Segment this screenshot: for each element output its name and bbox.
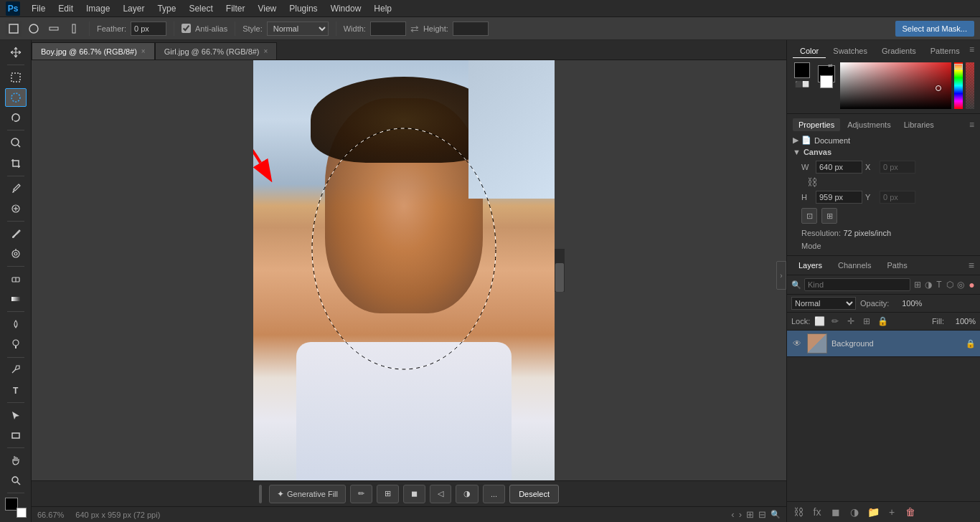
blend-mode-select[interactable]: Normal Multiply Screen (791, 297, 856, 310)
zoom-control[interactable]: 🔍 (771, 510, 781, 519)
menu-select[interactable]: Select (183, 2, 218, 15)
layout-btn[interactable]: ⊞ (377, 485, 399, 503)
color-picker[interactable] (5, 498, 27, 518)
layers-search-input[interactable] (804, 278, 910, 291)
layer-filter-type[interactable]: T (935, 278, 943, 291)
layer-filter-shape[interactable]: ⬡ (946, 278, 954, 291)
layer-filter-toggle[interactable]: ● (968, 278, 976, 291)
menu-window[interactable]: Window (325, 2, 367, 15)
swap-colors[interactable]: ⇄ (828, 62, 833, 69)
adjust-btn[interactable]: ◑ (456, 485, 479, 503)
alpha-slider[interactable] (966, 62, 974, 109)
foreground-swatch[interactable] (794, 62, 810, 78)
canvas-y-input[interactable] (880, 191, 915, 204)
eyedropper-tool[interactable] (5, 179, 27, 198)
menu-file[interactable]: File (26, 2, 51, 15)
adjustments-tab[interactable]: Adjustments (842, 118, 897, 131)
canvas-x-input[interactable] (880, 161, 915, 174)
quick-select-tool[interactable] (5, 133, 27, 152)
zoom-tool[interactable] (5, 471, 27, 490)
adjustment-btn[interactable]: ◑ (847, 505, 862, 519)
row-marquee-opt[interactable] (46, 21, 62, 37)
move-tool[interactable] (5, 43, 27, 62)
lock-position-icon[interactable]: ✛ (844, 315, 857, 328)
clone-tool[interactable] (5, 245, 27, 263)
group-btn[interactable]: 📁 (866, 505, 880, 519)
color-gradient-picker[interactable] (840, 62, 951, 109)
layer-filter-smartobj[interactable]: ◎ (957, 278, 965, 291)
menu-help[interactable]: Help (368, 2, 397, 15)
document-section[interactable]: ▶ 📄 Document (793, 136, 974, 145)
height-input[interactable] (453, 22, 489, 36)
hue-slider[interactable] (954, 62, 963, 109)
pen-tool[interactable] (5, 360, 27, 379)
color-handle[interactable] (936, 85, 941, 91)
hue-handle[interactable] (954, 64, 963, 70)
panel-collapse-btn[interactable]: › (776, 261, 786, 290)
props-panel-menu[interactable]: ≡ (969, 120, 974, 130)
crop-tool[interactable] (5, 154, 27, 173)
dodge-tool[interactable] (5, 335, 27, 353)
antialias-checkbox[interactable] (182, 24, 191, 33)
swatches-tab[interactable]: Swatches (826, 44, 875, 58)
rect-marquee-tool[interactable] (5, 68, 27, 87)
style-select[interactable]: Normal Fixed Ratio Fixed Size (267, 22, 329, 36)
delete-layer-btn[interactable]: 🗑 (903, 505, 918, 519)
swap-icon[interactable]: ⇄ (410, 23, 419, 34)
menu-plugins[interactable]: Plugins (283, 2, 323, 15)
layers-tab[interactable]: Layers (793, 259, 828, 272)
crop-icon-btn[interactable]: ⊞ (821, 208, 837, 224)
tab-boy[interactable]: Boy.jpg @ 66.7% (RGB/8#) × (32, 42, 155, 60)
layer-visibility-eye[interactable]: 👁 (791, 338, 803, 349)
background-color[interactable] (17, 508, 27, 518)
menu-layer[interactable]: Layer (117, 2, 150, 15)
select-mask-button[interactable]: Select and Mask... (895, 21, 975, 37)
lock-all-icon[interactable]: 🔒 (876, 315, 889, 328)
text-tool[interactable]: T (5, 381, 27, 399)
shape-tool[interactable] (5, 426, 27, 445)
canvas-height-input[interactable] (816, 191, 862, 204)
bg-color[interactable] (820, 75, 833, 88)
eraser-tool[interactable] (5, 270, 27, 288)
canvas-width-input[interactable] (816, 161, 862, 174)
lasso-tool[interactable] (5, 108, 27, 127)
panel-icons[interactable]: ⊞ (746, 509, 754, 520)
gradient-tool[interactable] (5, 290, 27, 308)
fit-icon-btn[interactable]: ⊡ (801, 208, 817, 224)
heal-tool[interactable] (5, 199, 27, 218)
ellipse-marquee-opt[interactable] (26, 21, 42, 37)
layer-filter-pixel[interactable]: ⊞ (913, 278, 921, 291)
patterns-tab[interactable]: Patterns (923, 44, 967, 58)
generative-fill-btn[interactable]: ✦ Generative Fill (269, 485, 346, 503)
brush-tool[interactable] (5, 224, 27, 243)
layers-menu-btn[interactable]: ≡ (969, 260, 974, 271)
ellipse-marquee-tool[interactable] (5, 88, 27, 107)
menu-image[interactable]: Image (80, 2, 116, 15)
tab-girl[interactable]: Girl.jpg @ 66.7% (RGB/8#) × (155, 42, 278, 60)
layer-style-btn[interactable]: fx (810, 505, 824, 519)
menu-type[interactable]: Type (151, 2, 182, 15)
gradients-tab[interactable]: Gradients (875, 44, 923, 58)
prev-page[interactable]: ‹ (731, 509, 734, 520)
extra-icons[interactable]: ⊟ (758, 509, 766, 520)
col-marquee-opt[interactable] (66, 21, 82, 37)
channels-tab[interactable]: Channels (832, 259, 877, 272)
menu-filter[interactable]: Filter (220, 2, 251, 15)
blur-tool[interactable] (5, 315, 27, 333)
link-layers-btn[interactable]: ⛓ (791, 505, 806, 519)
mask-btn-bottom[interactable]: ◼ (829, 505, 843, 519)
color-panel-menu[interactable]: ≡ (969, 44, 974, 58)
properties-tab[interactable]: Properties (793, 118, 840, 131)
color-tab[interactable]: Color (793, 44, 826, 58)
lock-paint-icon[interactable]: ✏ (829, 315, 842, 328)
lock-transparent-icon[interactable]: ⬜ (813, 315, 826, 328)
paths-tab[interactable]: Paths (882, 259, 913, 272)
more-btn[interactable]: ... (483, 485, 505, 503)
tab-boy-close[interactable]: × (141, 47, 146, 55)
path-select-tool[interactable] (5, 406, 27, 424)
transform-btn[interactable]: ✏ (350, 485, 372, 503)
tab-girl-close[interactable]: × (264, 47, 268, 55)
canvas-expand-icon[interactable]: ▼ (793, 148, 801, 156)
deselect-btn[interactable]: Deselect (509, 485, 559, 503)
width-input[interactable] (370, 22, 406, 36)
